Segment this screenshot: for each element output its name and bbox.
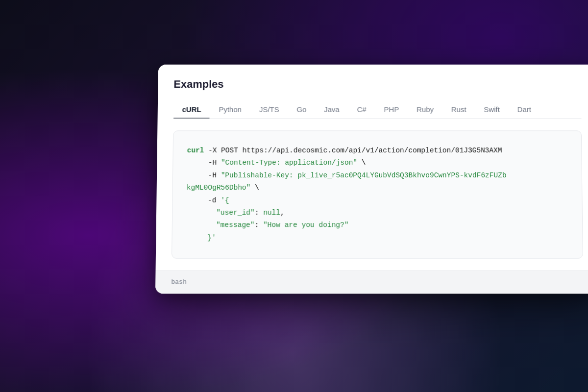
examples-card: Examples cURL Python JS/TS Go Java C# PH… [155,65,588,294]
tab-java[interactable]: Java [315,100,348,119]
tab-php[interactable]: PHP [375,100,408,119]
tab-swift[interactable]: Swift [475,100,508,119]
code-block: curl -X POST https://api.decosmic.com/ap… [172,130,583,258]
language-tabs: cURL Python JS/TS Go Java C# PHP Ruby Ru… [173,100,581,119]
tab-curl[interactable]: cURL [173,100,210,119]
code-footer: bash [155,270,588,294]
tab-ruby[interactable]: Ruby [408,100,442,119]
tab-csharp[interactable]: C# [348,100,375,119]
tab-jsts[interactable]: JS/TS [250,100,288,119]
code-area: curl -X POST https://api.decosmic.com/ap… [156,119,588,270]
tab-rust[interactable]: Rust [442,100,475,119]
card-title: Examples [173,78,581,91]
tab-python[interactable]: Python [210,100,250,119]
card-header: Examples cURL Python JS/TS Go Java C# PH… [158,65,588,119]
code-content: curl -X POST https://api.decosmic.com/ap… [186,145,568,244]
tab-go[interactable]: Go [288,100,315,119]
language-badge: bash [171,278,187,286]
tab-dart[interactable]: Dart [509,100,540,119]
